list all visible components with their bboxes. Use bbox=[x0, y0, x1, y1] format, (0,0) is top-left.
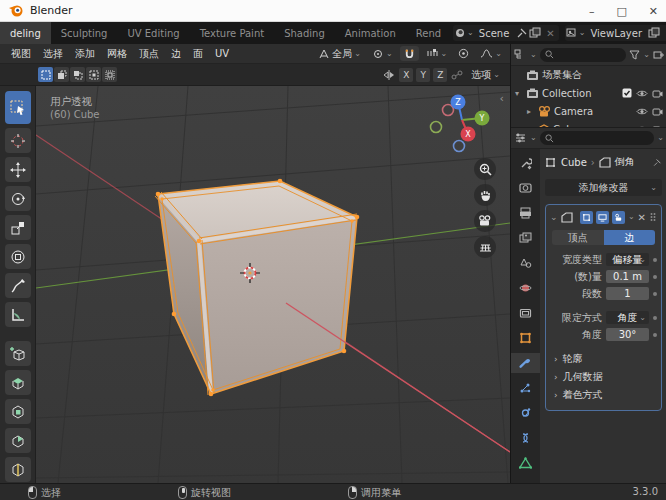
snap-with-dropdown[interactable]: ⌄ bbox=[422, 46, 452, 61]
menu-vertex[interactable]: 顶点 bbox=[134, 45, 164, 63]
tab-uv-editing[interactable]: UV Editing bbox=[117, 22, 189, 44]
drag-handle-icon[interactable] bbox=[649, 212, 657, 222]
outliner-row-cube[interactable]: ▸ Cube bbox=[511, 120, 666, 127]
tool-extrude-region[interactable] bbox=[5, 370, 31, 395]
menu-face[interactable]: 面 bbox=[188, 45, 208, 63]
camera-restrict-icon[interactable] bbox=[652, 89, 663, 98]
breadcrumb-modifier[interactable]: 倒角 bbox=[615, 155, 635, 169]
outliner-editor-icon[interactable] bbox=[514, 49, 527, 61]
tool-add-cube[interactable] bbox=[5, 341, 31, 366]
mirror-z-button[interactable]: Z bbox=[433, 68, 447, 82]
tool-inset-faces[interactable] bbox=[5, 399, 31, 424]
transform-orientation-dropdown[interactable]: 全局⌄ bbox=[314, 46, 365, 61]
expand-icon[interactable]: ⌄ bbox=[550, 213, 558, 222]
properties-editor-icon[interactable] bbox=[514, 132, 527, 144]
affect-vertices-tab[interactable]: 顶点 bbox=[552, 230, 604, 245]
pin-icon[interactable] bbox=[651, 157, 662, 168]
checkbox-icon[interactable] bbox=[622, 88, 632, 98]
menu-add[interactable]: 添加 bbox=[70, 45, 100, 63]
angle-field[interactable]: 30° bbox=[606, 328, 649, 341]
select-set-button[interactable] bbox=[38, 67, 53, 82]
width-type-dropdown[interactable]: 偏移量⌄ bbox=[606, 253, 649, 266]
pan-button[interactable] bbox=[474, 184, 496, 206]
tool-cursor[interactable] bbox=[5, 128, 31, 153]
menu-mesh[interactable]: 网格 bbox=[102, 45, 132, 63]
tool-annotate[interactable] bbox=[5, 273, 31, 298]
select-extend-button[interactable] bbox=[54, 67, 69, 82]
snap-vertices-icon[interactable] bbox=[450, 69, 464, 81]
select-intersect-button[interactable] bbox=[102, 67, 117, 82]
viewlayer-browse-icon[interactable] bbox=[565, 27, 579, 39]
animate-dot[interactable] bbox=[653, 316, 657, 320]
animate-dot[interactable] bbox=[653, 292, 657, 296]
tab-object-icon[interactable] bbox=[511, 328, 540, 348]
tool-transform[interactable] bbox=[5, 244, 31, 269]
tab-world-icon[interactable] bbox=[511, 278, 540, 298]
tab-scene-icon[interactable] bbox=[511, 253, 540, 273]
breadcrumb-object[interactable]: Cube bbox=[561, 157, 587, 168]
menu-edge[interactable]: 边 bbox=[166, 45, 186, 63]
menu-select[interactable]: 选择 bbox=[38, 45, 68, 63]
menu-view[interactable]: 视图 bbox=[6, 45, 36, 63]
amount-field[interactable]: 0.1 m bbox=[606, 270, 649, 283]
new-scene-icon[interactable] bbox=[528, 27, 542, 39]
edit-mode-display-toggle[interactable] bbox=[580, 211, 593, 224]
tab-particles-icon[interactable] bbox=[511, 378, 540, 398]
segments-field[interactable]: 1 bbox=[606, 287, 649, 300]
pivot-point-dropdown[interactable]: ⌄ bbox=[368, 46, 397, 61]
tab-shading[interactable]: Shading bbox=[274, 22, 335, 44]
tab-physics-icon[interactable] bbox=[511, 403, 540, 423]
orthographic-toggle-button[interactable] bbox=[474, 236, 496, 258]
zoom-button[interactable] bbox=[474, 158, 496, 180]
select-invert-button[interactable] bbox=[86, 67, 101, 82]
tab-render-icon[interactable] bbox=[511, 178, 540, 198]
tool-scale[interactable] bbox=[5, 215, 31, 240]
mirror-y-button[interactable]: Y bbox=[416, 68, 430, 82]
proportional-edit-toggle[interactable] bbox=[454, 46, 473, 61]
animate-dot[interactable] bbox=[653, 275, 657, 279]
scene-selector[interactable]: ⌄ Scene ✕ bbox=[453, 25, 559, 41]
outliner-search-input[interactable] bbox=[540, 48, 627, 62]
maximize-button[interactable]: □ bbox=[616, 5, 626, 18]
properties-search-input[interactable] bbox=[540, 131, 655, 145]
minimize-button[interactable]: – bbox=[589, 5, 595, 18]
camera-restrict-icon[interactable] bbox=[652, 107, 663, 116]
outliner-row-scene-collection[interactable]: 场景集合 bbox=[511, 66, 666, 84]
mirror-icon[interactable] bbox=[382, 69, 396, 81]
scene-name[interactable]: Scene bbox=[474, 28, 515, 39]
cube-mesh[interactable] bbox=[155, 179, 359, 397]
tool-measure[interactable] bbox=[5, 302, 31, 327]
tab-sculpting[interactable]: Sculpting bbox=[51, 22, 118, 44]
tool-box-select[interactable] bbox=[5, 91, 31, 124]
tab-collection-icon[interactable] bbox=[511, 303, 540, 323]
outliner-row-camera[interactable]: ▸ Camera bbox=[511, 102, 666, 120]
tab-tool-icon[interactable] bbox=[511, 153, 540, 173]
add-modifier-dropdown[interactable]: 添加修改器 ⌄ bbox=[545, 179, 662, 196]
collapse-arrow-icon[interactable]: ‹ bbox=[500, 92, 504, 105]
section-profile[interactable]: ›轮廓 bbox=[550, 350, 657, 368]
affect-edges-tab[interactable]: 边 bbox=[604, 230, 656, 245]
section-shading[interactable]: ›着色方式 bbox=[550, 386, 657, 404]
animate-dot[interactable] bbox=[653, 258, 657, 262]
falloff-dropdown[interactable]: ⌄ bbox=[476, 46, 506, 61]
gizmo-neg-y[interactable] bbox=[431, 122, 442, 133]
new-collection-icon[interactable] bbox=[653, 50, 664, 60]
tab-view-layer-icon[interactable] bbox=[511, 228, 540, 248]
viewlayer-name[interactable]: ViewLayer bbox=[585, 28, 647, 39]
pin-icon[interactable] bbox=[514, 27, 528, 39]
tool-rotate[interactable] bbox=[5, 186, 31, 211]
viewlayer-selector[interactable]: ⌄ ViewLayer ✕ bbox=[565, 25, 666, 41]
viewport-3d[interactable]: 用户透视 (60) Cube ‹ Z Y X bbox=[36, 86, 510, 483]
eye-icon[interactable] bbox=[636, 89, 648, 98]
tab-texture-paint[interactable]: Texture Paint bbox=[190, 22, 275, 44]
tab-animation[interactable]: Animation bbox=[335, 22, 406, 44]
tool-loop-cut[interactable] bbox=[5, 457, 31, 482]
outliner-row-collection[interactable]: ▾ Collection bbox=[511, 84, 666, 102]
new-viewlayer-icon[interactable] bbox=[647, 27, 661, 39]
mirror-x-button[interactable]: X bbox=[399, 68, 413, 82]
render-display-toggle[interactable] bbox=[612, 211, 625, 224]
close-button[interactable]: ✕ bbox=[649, 5, 658, 18]
camera-view-button[interactable] bbox=[474, 210, 496, 232]
tab-render[interactable]: Rend bbox=[406, 22, 451, 44]
tool-move[interactable] bbox=[5, 157, 31, 182]
